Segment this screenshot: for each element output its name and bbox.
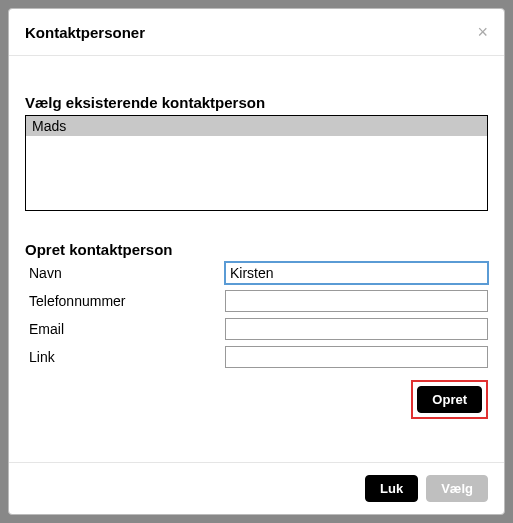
modal-footer: Luk Vælg xyxy=(9,462,504,514)
form-row-link: Link xyxy=(25,346,488,368)
contacts-modal: Kontaktpersoner × Vælg eksisterende kont… xyxy=(8,8,505,515)
form-row-name: Navn xyxy=(25,262,488,284)
modal-title: Kontaktpersoner xyxy=(25,24,145,41)
create-button[interactable]: Opret xyxy=(417,386,482,413)
create-button-highlight: Opret xyxy=(411,380,488,419)
name-field[interactable] xyxy=(225,262,488,284)
modal-header: Kontaktpersoner × xyxy=(9,9,504,56)
create-contact-heading: Opret kontaktperson xyxy=(25,241,488,258)
link-field[interactable] xyxy=(225,346,488,368)
phone-field[interactable] xyxy=(225,290,488,312)
email-field[interactable] xyxy=(225,318,488,340)
name-label: Navn xyxy=(25,265,225,281)
close-button[interactable]: Luk xyxy=(365,475,418,502)
form-row-email: Email xyxy=(25,318,488,340)
select-button[interactable]: Vælg xyxy=(426,475,488,502)
form-row-phone: Telefonnummer xyxy=(25,290,488,312)
existing-contact-heading: Vælg eksisterende kontaktperson xyxy=(25,94,488,111)
close-icon[interactable]: × xyxy=(477,23,488,41)
email-label: Email xyxy=(25,321,225,337)
modal-body: Vælg eksisterende kontaktperson Mads Opr… xyxy=(9,56,504,462)
existing-contact-list[interactable]: Mads xyxy=(25,115,488,211)
phone-label: Telefonnummer xyxy=(25,293,225,309)
create-button-wrapper: Opret xyxy=(25,380,488,419)
create-contact-section: Opret kontaktperson Navn Telefonnummer E… xyxy=(25,241,488,419)
list-item[interactable]: Mads xyxy=(26,116,487,136)
link-label: Link xyxy=(25,349,225,365)
